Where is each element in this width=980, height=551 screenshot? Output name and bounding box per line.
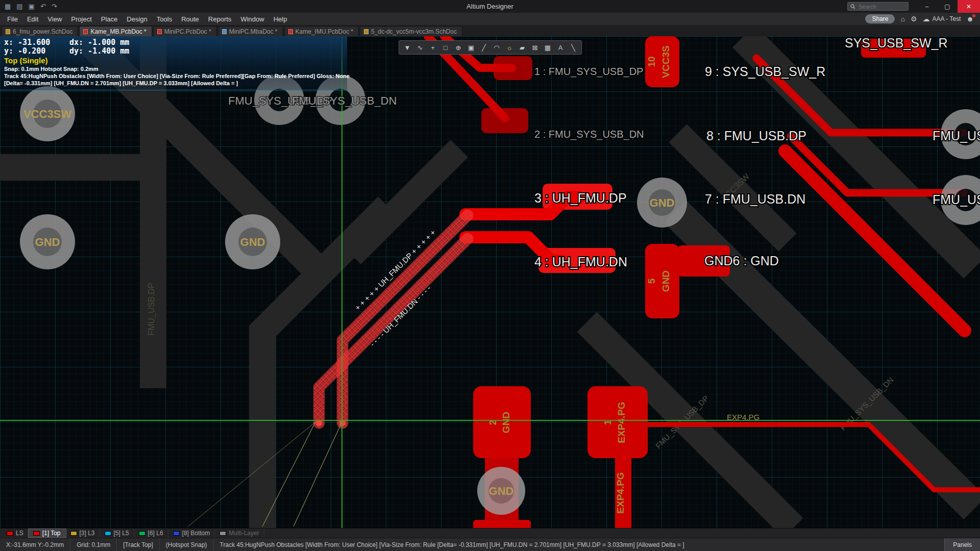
tab-label: 5_dc-dc_vcc5m-vcc3m.SchDoc bbox=[371, 28, 457, 35]
svg-text:VCC3S: VCC3S bbox=[660, 45, 671, 78]
net-label-fmu-sys-usb-dn: FMU_SYS_USB_DN bbox=[292, 94, 397, 107]
tab-kame-mb[interactable]: Kame_MB.PcbDoc * bbox=[79, 26, 152, 36]
undo-icon[interactable]: ↶ bbox=[40, 3, 46, 10]
menu-file[interactable]: File bbox=[3, 14, 22, 24]
close-button[interactable]: ✕ bbox=[958, 0, 980, 13]
tab-minipc-pcb[interactable]: MiniPC.PcbDoc * bbox=[153, 26, 217, 36]
layer-color-swatch bbox=[70, 531, 77, 536]
layer-tab-bar: LS [1] Top [3] L3 [5] L5 [6] L6 [8] Bott… bbox=[0, 528, 980, 538]
pad-label-gnd: GND bbox=[489, 485, 514, 497]
hud-delta-info: [Delta= -0.331mm] [UH_FMU.DN = 2.701mm] … bbox=[4, 80, 343, 87]
menu-reports[interactable]: Reports bbox=[204, 14, 236, 24]
layer-color-swatch bbox=[219, 531, 226, 536]
menu-design[interactable]: Design bbox=[122, 14, 152, 24]
pin-label-fmu-us-b: FMU_US bbox=[933, 192, 980, 207]
pin-label-gnd6: GND6 : GND bbox=[704, 254, 779, 268]
layer-tab-bottom[interactable]: [8] Bottom bbox=[168, 529, 215, 537]
layer-label: Multi-Layer bbox=[229, 530, 259, 537]
via-icon[interactable]: ⊕ bbox=[453, 42, 464, 53]
region-icon[interactable]: □ bbox=[440, 42, 451, 53]
user-menu-icon[interactable]: ☻ bbox=[966, 15, 974, 23]
tab-kame-imu[interactable]: Kame_IMU.PcbDoc * bbox=[284, 26, 359, 36]
maximize-button[interactable]: ▢ bbox=[937, 0, 958, 13]
status-mode: [Track Top] bbox=[117, 538, 160, 551]
pcb-canvas[interactable]: FMU_USB.DP VCC3SW FMU_SYS_USB_DP FMU_SYS… bbox=[0, 36, 980, 528]
menu-route[interactable]: Route bbox=[177, 14, 204, 24]
pin-label-1: 1 : FMU_SYS_USB_DP bbox=[534, 66, 643, 78]
svg-text:EXP4.PG: EXP4.PG bbox=[616, 402, 627, 443]
menu-window[interactable]: Window bbox=[236, 14, 268, 24]
selection-filter-icon[interactable]: ▼ bbox=[402, 42, 413, 53]
menu-project[interactable]: Project bbox=[66, 14, 96, 24]
svg-text:EXP4.PG: EXP4.PG bbox=[615, 472, 626, 513]
origin-icon[interactable]: + bbox=[427, 42, 438, 53]
svg-text:10: 10 bbox=[646, 56, 657, 67]
line-icon[interactable]: ╲ bbox=[568, 42, 579, 53]
arc-icon[interactable]: ◠ bbox=[491, 42, 502, 53]
quick-access-toolbar: ▦ ▤ ▣ ↶ ↷ bbox=[0, 3, 57, 10]
layer-tab-l5[interactable]: [5] L5 bbox=[100, 529, 134, 537]
interactive-route-icon[interactable]: ∿ bbox=[414, 42, 426, 53]
net-label-exp4-pg: EXP4.PG bbox=[727, 413, 760, 421]
save-icon[interactable]: ▤ bbox=[16, 3, 22, 10]
status-routing-info: Track 45:HugNPush Obstacles [Width From:… bbox=[214, 538, 945, 551]
pin-label-4: 4 : UH_FMU.DN bbox=[534, 255, 627, 269]
pin-label-2: 2 : FMU_SYS_USB_DN bbox=[534, 129, 644, 140]
home-icon[interactable]: ⌂ bbox=[900, 15, 904, 23]
hud-active-layer: Top (Single) bbox=[4, 56, 343, 65]
layer-label: LS bbox=[16, 530, 23, 537]
schdoc-icon bbox=[6, 29, 10, 34]
tab-dcdc-sch[interactable]: 5_dc-dc_vcc5m-vcc3m.SchDoc bbox=[360, 26, 462, 36]
open-icon[interactable]: ▣ bbox=[29, 3, 35, 10]
layer-tab-l3[interactable]: [3] L3 bbox=[66, 529, 100, 537]
share-button[interactable]: Share bbox=[865, 14, 895, 23]
layer-tab-l6[interactable]: [6] L6 bbox=[134, 529, 168, 537]
menu-help[interactable]: Help bbox=[269, 14, 292, 24]
polygon-icon[interactable]: ▰ bbox=[517, 42, 528, 53]
hud-track-info: Track 45:HugNPush Obstacles [Width From:… bbox=[4, 72, 343, 80]
tab-minipc-mba[interactable]: MiniPC.MbaDoc * bbox=[218, 26, 283, 36]
text-icon[interactable]: A bbox=[555, 42, 566, 53]
layer-tab-ls[interactable]: LS bbox=[2, 529, 29, 537]
net-name-fmu-usb-dp: FMU_USB.DP bbox=[147, 283, 156, 335]
pad-bottom-partial[interactable] bbox=[473, 520, 531, 528]
notification-badge bbox=[972, 14, 975, 17]
pad-label-vcc3sw: VCC3SW bbox=[23, 108, 71, 120]
settings-gear-icon[interactable]: ⚙ bbox=[911, 15, 917, 23]
tab-label: Kame_MB.PcbDoc * bbox=[90, 28, 146, 35]
tab-6-fmu-power[interactable]: 6_fmu_power.SchDoc bbox=[2, 26, 78, 36]
layer-tab-multi-layer[interactable]: Multi-Layer bbox=[215, 529, 264, 537]
search-icon bbox=[850, 4, 855, 9]
menu-place[interactable]: Place bbox=[96, 14, 122, 24]
menu-tools[interactable]: Tools bbox=[152, 14, 177, 24]
top-layer-pads[interactable] bbox=[473, 36, 926, 528]
layer-label: [3] L3 bbox=[80, 530, 95, 537]
app-icon[interactable]: ▦ bbox=[5, 3, 11, 10]
layer-label: [6] L6 bbox=[148, 530, 163, 537]
minimize-button[interactable]: – bbox=[917, 0, 937, 13]
panels-button[interactable]: Panels bbox=[944, 538, 980, 551]
menu-view[interactable]: View bbox=[43, 14, 66, 24]
pin-label-sys-usb-sw-r: SYS_USB_SW_R bbox=[845, 36, 947, 50]
pad-icon[interactable]: ▣ bbox=[465, 42, 477, 53]
measure-icon[interactable]: ╱ bbox=[478, 42, 489, 53]
window-title: Altium Designer bbox=[0, 3, 980, 10]
highlight-icon[interactable]: ☼ bbox=[504, 42, 515, 53]
pad-label-gnd: GND bbox=[240, 236, 265, 248]
pcb-drawing[interactable]: FMU_USB.DP VCC3SW FMU_SYS_USB_DP FMU_SYS… bbox=[0, 36, 980, 528]
pcbdoc-icon bbox=[288, 29, 293, 34]
pcbdoc-icon bbox=[83, 29, 88, 34]
redo-icon[interactable]: ↷ bbox=[52, 3, 57, 10]
tab-label: MiniPC.MbaDoc * bbox=[229, 28, 278, 35]
search-box[interactable] bbox=[847, 2, 909, 11]
account-widget[interactable]: ☁ AAA - Test bbox=[922, 15, 961, 23]
image-icon[interactable]: ▦ bbox=[542, 42, 553, 53]
search-input[interactable] bbox=[857, 3, 904, 10]
status-grid: Grid: 0.1mm bbox=[70, 538, 117, 551]
rule-icon[interactable]: ⊠ bbox=[529, 42, 541, 53]
layer-tab-top[interactable]: [1] Top bbox=[29, 529, 66, 537]
pad-label-gnd: GND bbox=[650, 196, 675, 209]
menu-edit[interactable]: Edit bbox=[22, 14, 43, 24]
tab-label: MiniPC.PcbDoc * bbox=[164, 28, 211, 35]
pin-label-9: 9 : SYS_USB_SW_R bbox=[705, 64, 825, 79]
